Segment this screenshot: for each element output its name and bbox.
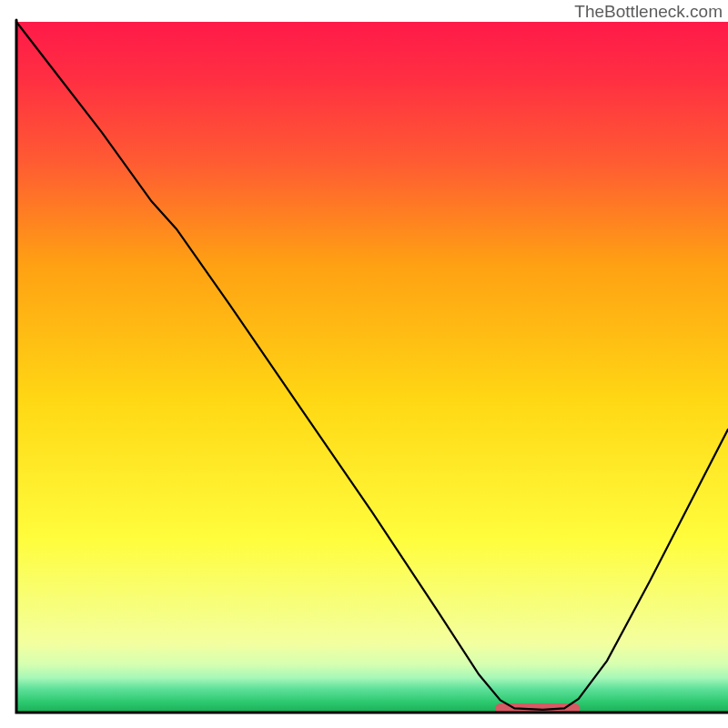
bottleneck-chart: [0, 0, 728, 728]
attribution-text: TheBottleneck.com: [574, 2, 723, 22]
